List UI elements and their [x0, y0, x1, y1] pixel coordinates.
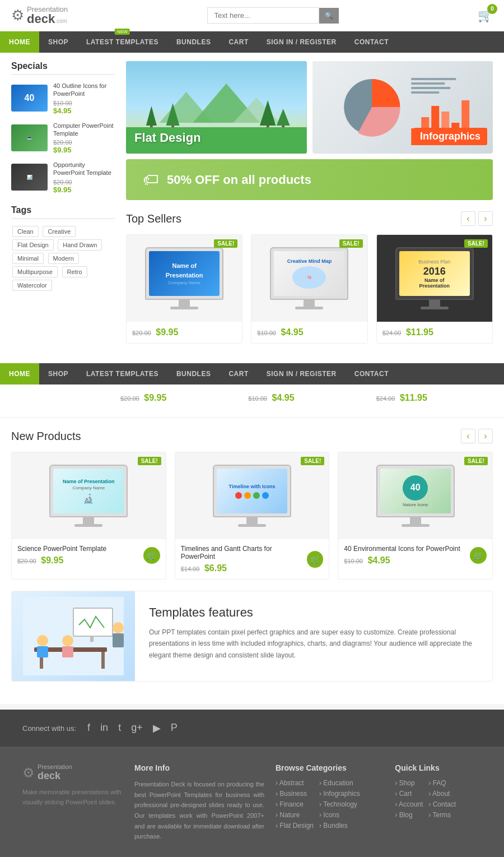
- link-shop[interactable]: › Shop: [395, 779, 423, 787]
- more-info-text: Presentation Deck is focused on producin…: [134, 779, 264, 842]
- tag-modern[interactable]: Modern: [48, 253, 79, 264]
- new-new-price-1: $9.95: [41, 555, 63, 565]
- nav-signin[interactable]: SIGN IN / REGISTER: [258, 31, 346, 53]
- svg-rect-20: [411, 78, 456, 80]
- special-info-1: 40 Outline Icons for PowerPoint $10.00 $…: [53, 82, 115, 115]
- second-nav: HOME SHOP LATEST TEMPLATES BUNDLES CART …: [0, 363, 504, 385]
- product-new-price-3: $11.95: [406, 327, 433, 337]
- special-item-2[interactable]: 💻 Computer PowerPoint Template $20.00 $9…: [11, 122, 115, 155]
- tag-retro[interactable]: Retro: [62, 266, 87, 277]
- nav-contact[interactable]: CONTACT: [346, 31, 398, 53]
- link-about[interactable]: › About: [428, 790, 456, 798]
- content-area: Flat Design: [126, 61, 493, 355]
- logo[interactable]: ⚙ Presentation deck.com: [11, 6, 68, 25]
- cat-nature[interactable]: › Nature: [276, 811, 314, 819]
- nav-bundles[interactable]: BUNDLES: [167, 31, 220, 53]
- second-nav-contact[interactable]: CONTACT: [346, 363, 398, 385]
- cat-abstract[interactable]: › Abstract: [276, 779, 314, 787]
- product-old-price-2: $10.00: [257, 330, 276, 336]
- link-faq[interactable]: › FAQ: [428, 779, 456, 787]
- cat-bundles[interactable]: › Bundles: [319, 822, 360, 830]
- new-new-price-3: $4.95: [368, 555, 390, 565]
- link-terms[interactable]: › Terms: [428, 811, 456, 819]
- nav-new-badge: NEW: [115, 29, 130, 35]
- cat-business[interactable]: › Business: [276, 790, 314, 798]
- search-bar: 🔍: [207, 7, 339, 24]
- specials-title: Specials: [11, 61, 115, 75]
- new-product-img-2: Timeline with Icons: [175, 452, 329, 539]
- cat-icons[interactable]: › Icons: [319, 811, 360, 819]
- hero-flat-design[interactable]: Flat Design: [126, 61, 307, 154]
- quick-links-title: Quick Links: [395, 763, 482, 772]
- second-nav-shop[interactable]: SHOP: [39, 363, 77, 385]
- nav-home[interactable]: HOME: [0, 31, 39, 53]
- second-nav-bundles[interactable]: BUNDLES: [167, 363, 220, 385]
- tf-image: [12, 591, 135, 681]
- link-contact[interactable]: › Contact: [428, 800, 456, 808]
- social-youtube[interactable]: ▶: [153, 722, 161, 734]
- social-icons-row: f in t g+ ▶ P: [87, 722, 178, 734]
- tag-watercolor[interactable]: Watercolor: [12, 280, 52, 291]
- nav-shop[interactable]: SHOP: [39, 31, 77, 53]
- tag-clean[interactable]: Clean: [12, 226, 39, 237]
- second-nav-cart[interactable]: CART: [220, 363, 257, 385]
- nav-cart[interactable]: CART: [220, 31, 257, 53]
- special-img-2: 💻: [11, 124, 48, 151]
- hero-infographics[interactable]: Infographics: [312, 61, 493, 154]
- new-sale-badge-2: SALE!: [301, 457, 324, 465]
- new-product-card-2[interactable]: Timeline with Icons: [175, 452, 330, 580]
- product-card-3[interactable]: Business Plan 2016 Name of Presentation: [376, 234, 493, 344]
- tags-title: Tags: [11, 205, 115, 219]
- svg-rect-30: [101, 652, 105, 669]
- cart-icon-wrap[interactable]: 🛒 0: [478, 8, 493, 23]
- social-twitter[interactable]: t: [118, 722, 121, 734]
- new-product-img-3: 40 Nature Icons SALE!: [338, 452, 492, 539]
- top-sellers-prev[interactable]: ‹: [461, 211, 475, 226]
- cat-education[interactable]: › Education: [319, 779, 360, 787]
- new-product-card-3[interactable]: 40 Nature Icons SALE! 40 Environmental I…: [338, 452, 493, 580]
- social-google[interactable]: g+: [131, 722, 143, 734]
- footer-more-info: More Info Presentation Deck is focused o…: [134, 763, 264, 842]
- social-pinterest[interactable]: P: [171, 722, 178, 734]
- second-nav-signin[interactable]: SIGN IN / REGISTER: [258, 363, 346, 385]
- svg-rect-32: [37, 646, 48, 657]
- cat-flat-design[interactable]: › Flat Design: [276, 822, 314, 830]
- cat-technology[interactable]: › Technology: [319, 800, 360, 808]
- second-nav-home[interactable]: HOME: [0, 363, 39, 385]
- promo-banner[interactable]: 🏷 50% OFF on all products: [126, 159, 493, 200]
- add-cart-3[interactable]: 🛒: [470, 547, 487, 564]
- tag-creative[interactable]: Creative: [43, 226, 76, 237]
- footer-logo: ⚙ Presentation deck: [22, 763, 123, 782]
- search-input[interactable]: [207, 7, 319, 24]
- special-item-1[interactable]: 40 40 Outline Icons for PowerPoint $10.0…: [11, 82, 115, 115]
- link-cart[interactable]: › Cart: [395, 790, 423, 798]
- tag-minimal[interactable]: Minimal: [12, 253, 44, 264]
- cat-finance[interactable]: › Finance: [276, 800, 314, 808]
- tag-flat-design[interactable]: Flat Design: [12, 239, 54, 251]
- second-nav-latest[interactable]: LATEST TEMPLATES: [77, 363, 167, 385]
- cat-infographics[interactable]: › Infographics: [319, 790, 360, 798]
- search-button[interactable]: 🔍: [319, 8, 339, 24]
- nav-latest-templates[interactable]: NEW LATEST TEMPLATES: [77, 31, 167, 53]
- new-price-1b: $9.95: [144, 393, 166, 402]
- tag-hand-drawn[interactable]: Hand Drawn: [58, 239, 102, 251]
- product-card-1[interactable]: Name of Presentation Company Name SALE!: [126, 234, 242, 344]
- new-old-price-1: $20.00: [17, 558, 36, 564]
- add-cart-1[interactable]: 🛒: [143, 547, 160, 564]
- promo-text: 50% OFF on all products: [167, 173, 311, 187]
- special-item-3[interactable]: 📊 Opportunity PowerPoint Template $20.00…: [11, 161, 115, 194]
- social-linkedin[interactable]: in: [100, 722, 108, 734]
- link-blog[interactable]: › Blog: [395, 811, 423, 819]
- top-sellers-next[interactable]: ›: [478, 211, 493, 226]
- price-block-2: $10.00 $4.95: [245, 390, 365, 406]
- new-old-price-3: $10.00: [344, 558, 363, 564]
- new-product-card-1[interactable]: Name of Presentation Company Name 🔬 SALE…: [11, 452, 166, 580]
- product-card-2[interactable]: Creative Mind Map 🧠 SALE!: [251, 234, 367, 344]
- product-img-2: Creative Mind Map 🧠 SALE!: [251, 235, 367, 322]
- add-cart-2[interactable]: 🛒: [307, 551, 324, 568]
- new-products-next[interactable]: ›: [478, 429, 493, 443]
- link-account[interactable]: › Account: [395, 800, 423, 808]
- new-products-prev[interactable]: ‹: [461, 429, 475, 443]
- tag-multipurpose[interactable]: Multipurpose: [12, 266, 58, 277]
- social-facebook[interactable]: f: [87, 722, 90, 734]
